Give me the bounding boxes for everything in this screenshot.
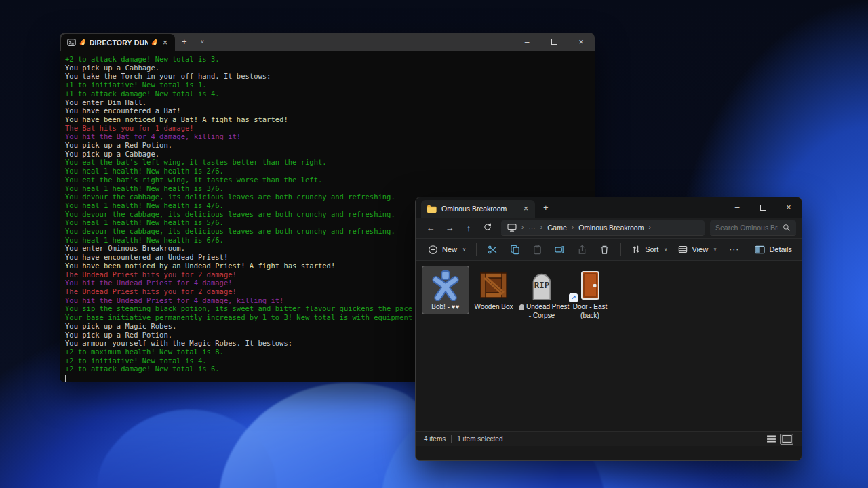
file-label-line: Wooden Box [471,303,516,312]
file-label-line: (back) [568,312,612,321]
explorer-window: Ominous Breakroom × + – × ← → ↑ › ··· › … [415,197,802,461]
view-button-label: View [692,245,708,253]
new-tab-button[interactable]: + [175,37,194,47]
forward-button[interactable]: → [440,223,459,233]
back-button[interactable]: ← [421,223,440,233]
file-item[interactable]: Wooden Box [471,266,517,314]
details-label: Details [769,245,792,253]
file-label-line: Bob! - ♥♥ [423,303,468,312]
search-box[interactable] [710,220,796,236]
maximize-button[interactable] [750,197,776,218]
breadcrumb-separator: › [540,224,542,231]
new-button[interactable]: New ∨ [422,241,471,258]
explorer-tab-title: Ominous Breakroom [441,205,507,213]
sort-icon [631,245,641,254]
explorer-titlebar[interactable]: Ominous Breakroom × + – × [416,197,802,218]
more-options-button[interactable]: ··· [722,245,746,254]
terminal-line: You pick up a Cabbage. [65,150,595,159]
status-divider [451,435,452,443]
delete-button[interactable] [593,241,616,258]
file-label-line: - Corpse [519,312,564,321]
terminal-line: You have been noticed by a Bat! A fight … [65,115,595,124]
explorer-navbar: ← → ↑ › ··· › Game › Ominous Breakroom › [416,218,802,238]
terminal-titlebar[interactable]: DIRECTORY DUNGEON × + ∨ – × [60,33,595,51]
refresh-button[interactable] [478,223,497,233]
sort-button[interactable]: Sort ∨ [626,241,673,258]
file-label: Undead Priest- Corpse [519,302,565,322]
search-input[interactable] [715,224,778,232]
large-icons-view-toggle[interactable] [780,434,793,445]
terminal-line: +1 to initiative! New total is 1. [65,81,595,89]
terminal-tab[interactable]: DIRECTORY DUNGEON × [61,34,175,51]
close-button[interactable]: × [568,33,595,51]
mini-gravestone-icon [519,304,524,310]
address-bar[interactable]: › ··· › Game › Ominous Breakroom › [501,220,705,236]
tab-dropdown-icon[interactable]: ∨ [194,39,212,45]
details-icon [755,245,765,254]
terminal-line: You pick up a Cabbage. [65,64,595,73]
terminal-line: You pick up a Red Potion. [65,141,595,150]
person-icon [422,268,469,302]
terminal-line: You eat the bat's right wing, it tastes … [65,176,595,184]
terminal-line: The Bat hits you for 1 damage! [65,124,595,133]
minimize-button[interactable]: – [724,197,750,218]
file-item[interactable]: RIPUndead Priest- Corpse [519,266,565,322]
file-grid[interactable]: Bob! - ♥♥Wooden BoxRIPUndead Priest- Cor… [416,261,802,431]
breadcrumb-segment-current[interactable]: Ominous Breakroom [578,224,644,232]
chevron-down-icon: ∨ [664,247,667,252]
share-button[interactable] [571,241,593,258]
details-view-toggle[interactable] [764,434,778,445]
door-icon: ↗ [567,268,613,302]
breadcrumb-separator: › [648,224,650,231]
maximize-icon [760,205,766,211]
maximize-button[interactable] [540,33,568,51]
terminal-line: You eat the bat's left wing, it tastes b… [65,158,595,167]
maximize-icon [551,39,557,45]
search-icon [783,224,791,232]
toolbar-divider [620,243,621,256]
terminal-line: You enter Dim Hall. [65,98,595,107]
tab-close-icon[interactable]: × [161,38,169,47]
up-button[interactable]: ↑ [459,223,478,233]
file-label: Bob! - ♥♥ [422,302,469,314]
sort-button-label: Sort [645,245,658,253]
terminal-line: You heal 1 health! New health is 3/6. [65,184,595,193]
explorer-toolbar: New ∨ Sort ∨ View ∨ [416,238,802,261]
breadcrumb-collapsed[interactable]: ··· [528,224,536,232]
terminal-line: You hit the Bat for 4 damage, killing it… [65,132,595,141]
explorer-statusbar: 4 items 1 item selected [416,431,802,446]
file-item[interactable]: ↗Door - East(back) [567,266,613,322]
terminal-tab-title: DIRECTORY DUNGEON [90,39,149,47]
file-label-line: Door - East [568,303,612,312]
view-icon [678,245,688,254]
view-button[interactable]: View ∨ [673,241,722,258]
shortcut-arrow-icon: ↗ [569,293,578,302]
terminal-line: +1 to attack damage! New total is 4. [65,89,595,98]
terminal-line: You have encountered a Bat! [65,106,595,115]
explorer-tab[interactable]: Ominous Breakroom × [421,200,535,218]
new-tab-button[interactable]: + [535,203,557,213]
items-count: 4 items [424,435,446,443]
file-label-line: Undead Priest [519,303,564,312]
file-item[interactable]: Bob! - ♥♥ [422,266,469,314]
explorer-window-controls: – × [724,197,802,218]
new-icon [428,245,438,255]
chevron-down-icon: ∨ [462,247,466,252]
tab-close-icon[interactable]: × [522,204,530,214]
terminal-window-controls: – × [513,33,595,51]
chevron-down-icon: ∨ [713,247,717,252]
paste-button[interactable] [526,241,549,258]
details-pane-button[interactable]: Details [755,245,795,254]
terminal-icon [67,38,76,47]
svg-text:RIP: RIP [534,280,549,290]
terminal-line: You take the Torch in your off hand. It … [65,72,595,81]
file-label: Wooden Box [471,302,517,314]
breadcrumb-segment-game[interactable]: Game [547,224,567,232]
close-button[interactable]: × [776,197,802,218]
rename-button[interactable] [549,241,571,258]
terminal-line: +2 to attack damage! New total is 3. [65,55,595,64]
cut-button[interactable] [481,241,504,258]
copy-button[interactable] [504,241,526,258]
minimize-button[interactable]: – [513,33,540,51]
new-button-label: New [442,245,457,253]
